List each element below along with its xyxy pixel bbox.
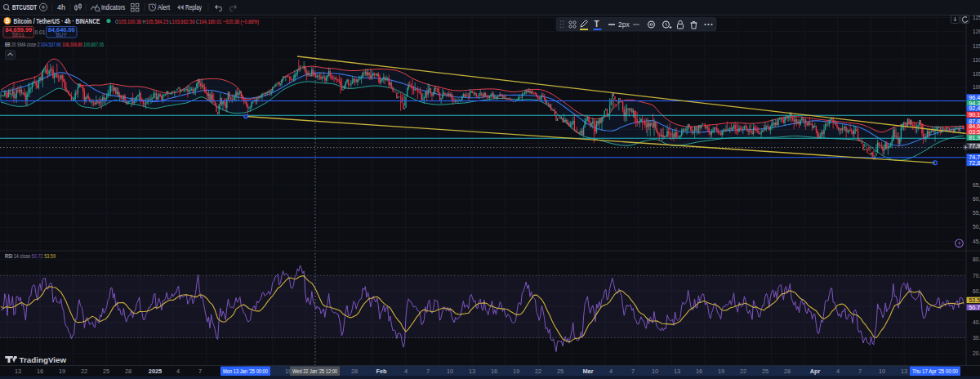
svg-text:7: 7 xyxy=(858,368,862,375)
svg-text:30.00: 30.00 xyxy=(973,335,980,341)
svg-text:4: 4 xyxy=(836,368,840,375)
svg-text:10: 10 xyxy=(879,368,885,375)
svg-text:₿: ₿ xyxy=(5,18,10,24)
svg-text:Indicators: Indicators xyxy=(101,3,125,11)
svg-text:110,000: 110,000 xyxy=(973,57,980,63)
svg-text:Feb: Feb xyxy=(376,368,387,375)
svg-text:O105,100.38 H105,584.23 L103: O105,100.38 H105,584.23 L103,662.58 C104… xyxy=(115,18,259,25)
svg-text:RSI 14 close 50.72 53.59: RSI 14 close 50.72 53.59 xyxy=(5,252,56,260)
svg-text:16: 16 xyxy=(37,368,43,375)
svg-text:10: 10 xyxy=(447,368,453,375)
svg-text:28: 28 xyxy=(351,368,358,375)
svg-text:60,000: 60,000 xyxy=(973,196,980,202)
svg-text:TradingView: TradingView xyxy=(20,355,67,364)
svg-text:SELL: SELL xyxy=(12,32,25,38)
svg-text:T: T xyxy=(595,20,599,29)
svg-text:25: 25 xyxy=(557,368,564,375)
svg-text:Bitcoin / TetherUS · 4h · BINA: Bitcoin / TetherUS · 4h · BINANCE xyxy=(14,16,100,25)
svg-text:10: 10 xyxy=(652,368,658,375)
svg-text:28: 28 xyxy=(784,368,791,375)
svg-text:77,95: 77,95 xyxy=(969,142,980,149)
svg-text:BB 20 SMA close 2 104,537.96: BB 20 SMA close 2 104,537.96 108,308.86 … xyxy=(5,41,104,48)
svg-text:28: 28 xyxy=(125,368,131,375)
svg-text:22: 22 xyxy=(740,368,746,375)
svg-text:Replay: Replay xyxy=(185,3,202,11)
svg-text:65,000: 65,000 xyxy=(973,182,980,188)
svg-text:13: 13 xyxy=(469,368,475,375)
svg-text:2025: 2025 xyxy=(149,368,162,375)
svg-text:Mar: Mar xyxy=(582,368,593,375)
svg-text:55,000: 55,000 xyxy=(973,210,980,216)
svg-text:120,000: 120,000 xyxy=(973,29,980,34)
svg-text:19: 19 xyxy=(718,368,724,375)
svg-text:19: 19 xyxy=(513,368,519,375)
svg-text:BUY: BUY xyxy=(56,32,67,38)
svg-text:125,000: 125,000 xyxy=(973,15,980,20)
svg-text:4: 4 xyxy=(176,368,180,375)
svg-text:53.59: 53.59 xyxy=(969,297,980,304)
svg-text:72,87: 72,87 xyxy=(969,159,980,167)
svg-text:Thu 17 Apr '25 00:00: Thu 17 Apr '25 00:00 xyxy=(912,368,958,375)
svg-text:4h: 4h xyxy=(57,3,65,11)
svg-text:7: 7 xyxy=(631,368,635,375)
svg-text:4: 4 xyxy=(609,368,612,375)
svg-text:100,000: 100,000 xyxy=(973,84,980,90)
svg-text:13: 13 xyxy=(674,368,680,375)
svg-text:7: 7 xyxy=(198,368,202,375)
svg-text:Apr: Apr xyxy=(810,368,821,375)
svg-text:Wed 22 Jan '25 12:00: Wed 22 Jan '25 12:00 xyxy=(292,368,337,374)
svg-text:22: 22 xyxy=(81,368,87,375)
svg-text:22: 22 xyxy=(535,368,541,375)
svg-text:BTCUSDT: BTCUSDT xyxy=(12,3,37,11)
svg-text:50.72: 50.72 xyxy=(969,304,980,311)
svg-text:20.00: 20.00 xyxy=(973,350,980,356)
svg-text:Mon 13 Jan '25 00:00: Mon 13 Jan '25 00:00 xyxy=(223,368,268,374)
svg-text:4: 4 xyxy=(404,368,408,375)
svg-text:115,000: 115,000 xyxy=(973,43,980,49)
svg-text:13: 13 xyxy=(901,368,907,375)
svg-text:0.01: 0.01 xyxy=(35,29,46,35)
svg-text:80.00: 80.00 xyxy=(973,256,980,262)
svg-text:81,98: 81,98 xyxy=(969,134,980,141)
svg-text:40.00: 40.00 xyxy=(973,319,980,325)
svg-text:16: 16 xyxy=(696,368,702,375)
svg-text:7: 7 xyxy=(426,368,430,375)
svg-text:45,000: 45,000 xyxy=(973,239,980,244)
svg-text:60.00: 60.00 xyxy=(973,288,980,294)
svg-text:50,000: 50,000 xyxy=(973,224,980,230)
svg-text:105,000: 105,000 xyxy=(973,71,980,77)
svg-text:25: 25 xyxy=(103,368,109,375)
svg-text:13: 13 xyxy=(15,368,21,375)
svg-text:25: 25 xyxy=(762,368,768,375)
svg-text:16: 16 xyxy=(491,368,497,375)
svg-text:70.00: 70.00 xyxy=(973,273,980,279)
svg-text:Alert: Alert xyxy=(158,3,170,11)
svg-text:19: 19 xyxy=(59,368,65,375)
svg-text:2px: 2px xyxy=(618,20,630,29)
